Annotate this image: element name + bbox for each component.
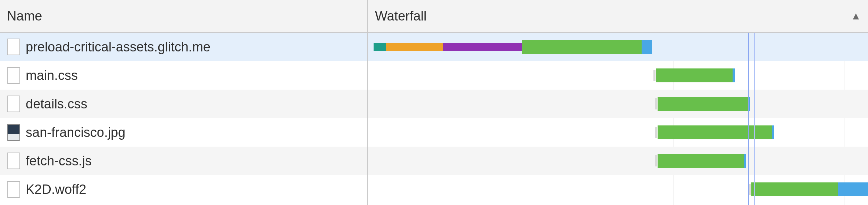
request-name: preload-critical-assets.glitch.me bbox=[26, 40, 210, 55]
waterfall-header-label: Waterfall bbox=[375, 9, 427, 24]
timing-bar bbox=[368, 97, 868, 111]
request-name: main.css bbox=[26, 68, 78, 83]
timing-bar bbox=[368, 154, 868, 168]
name-body: preload-critical-assets.glitch.memain.cs… bbox=[0, 33, 367, 204]
timing-segment bbox=[744, 154, 746, 168]
timing-segment bbox=[751, 182, 838, 196]
dcl-line bbox=[748, 33, 749, 205]
waterfall-row[interactable] bbox=[368, 147, 868, 175]
request-name: details.css bbox=[26, 97, 87, 112]
timing-segment bbox=[443, 43, 522, 51]
waterfall-column: Waterfall ▲ bbox=[368, 0, 868, 205]
timing-bar bbox=[368, 125, 868, 139]
load-line bbox=[754, 33, 755, 205]
document-file-icon bbox=[7, 96, 20, 112]
timing-segment bbox=[522, 40, 642, 54]
name-header-label: Name bbox=[7, 9, 42, 24]
request-row[interactable]: san-francisco.jpg bbox=[0, 118, 367, 147]
document-file-icon bbox=[7, 39, 20, 55]
request-name: K2D.woff2 bbox=[26, 182, 86, 197]
waterfall-row[interactable] bbox=[368, 90, 868, 118]
waterfall-row[interactable] bbox=[368, 175, 868, 204]
timing-segment bbox=[374, 43, 386, 51]
timing-bar bbox=[368, 68, 868, 82]
blank-file-icon bbox=[7, 181, 20, 198]
timing-segment bbox=[733, 68, 735, 82]
timing-segment bbox=[772, 125, 774, 139]
timing-segment bbox=[658, 125, 772, 139]
request-name: san-francisco.jpg bbox=[26, 125, 125, 140]
request-row[interactable]: fetch-css.js bbox=[0, 147, 367, 175]
request-row[interactable]: preload-critical-assets.glitch.me bbox=[0, 33, 367, 61]
network-panel: Name preload-critical-assets.glitch.mema… bbox=[0, 0, 868, 205]
queue-tick bbox=[655, 155, 657, 166]
timing-bar bbox=[368, 182, 868, 196]
queue-tick bbox=[655, 127, 657, 138]
waterfall-body bbox=[368, 33, 868, 205]
waterfall-row[interactable] bbox=[368, 33, 868, 61]
queue-tick bbox=[655, 98, 657, 109]
request-name: fetch-css.js bbox=[26, 154, 92, 169]
waterfall-row[interactable] bbox=[368, 61, 868, 90]
timing-segment bbox=[658, 154, 744, 168]
image-file-icon bbox=[7, 124, 20, 141]
queue-tick bbox=[653, 70, 656, 81]
timing-segment bbox=[838, 182, 868, 196]
request-row[interactable]: details.css bbox=[0, 90, 367, 118]
document-file-icon bbox=[7, 67, 20, 84]
sort-asc-icon: ▲ bbox=[851, 10, 861, 22]
request-row[interactable]: main.css bbox=[0, 61, 367, 90]
timing-segment bbox=[658, 97, 748, 111]
name-header[interactable]: Name bbox=[0, 0, 367, 33]
waterfall-header[interactable]: Waterfall ▲ bbox=[368, 0, 868, 33]
name-column: Name preload-critical-assets.glitch.mema… bbox=[0, 0, 368, 205]
request-row[interactable]: K2D.woff2 bbox=[0, 175, 367, 204]
timing-segment bbox=[386, 43, 443, 51]
timing-segment bbox=[642, 40, 652, 54]
timing-bar bbox=[368, 40, 868, 54]
timing-segment bbox=[656, 68, 733, 82]
document-file-icon bbox=[7, 153, 20, 169]
waterfall-row[interactable] bbox=[368, 118, 868, 147]
